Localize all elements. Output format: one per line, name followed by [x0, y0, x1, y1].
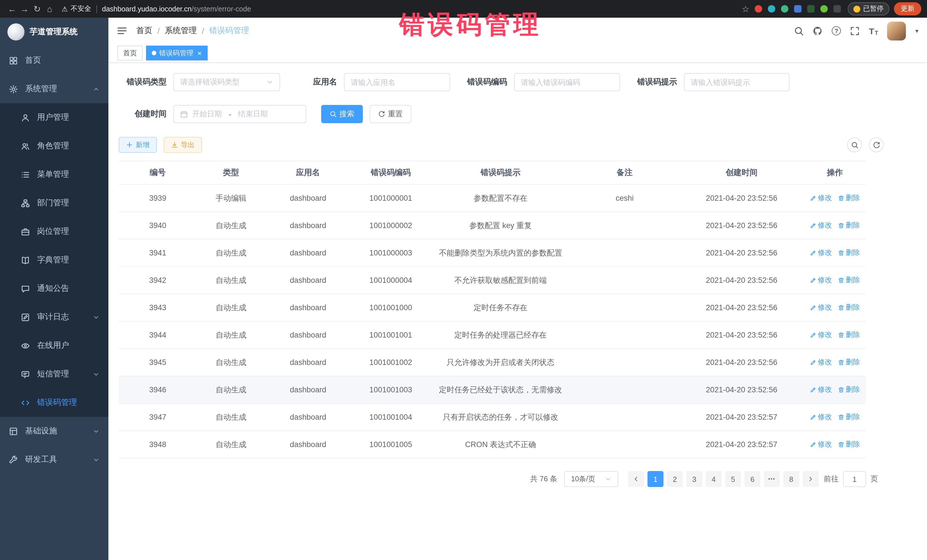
sidebar-item[interactable]: 短信管理	[0, 360, 108, 389]
tag-error-code[interactable]: 错误码管理 ×	[146, 46, 207, 61]
extension-vue-devtools-icon[interactable]	[781, 5, 789, 12]
delete-link[interactable]: 删除	[838, 358, 860, 367]
pager-page-8[interactable]: 8	[783, 471, 799, 487]
edit-link[interactable]: 修改	[810, 440, 832, 449]
search-button[interactable]: 搜索	[321, 105, 363, 123]
help-icon[interactable]: ?	[832, 26, 841, 35]
fullscreen-icon[interactable]	[850, 26, 860, 36]
breadcrumb-item-system[interactable]: 系统管理	[165, 26, 197, 36]
delete-link[interactable]: 删除	[838, 412, 860, 422]
edit-link[interactable]: 修改	[810, 248, 832, 258]
sidebar-item[interactable]: 系统管理	[0, 75, 108, 103]
pager-page-5[interactable]: 5	[725, 471, 741, 487]
sidebar-item[interactable]: 用户管理	[0, 103, 108, 132]
home-icon[interactable]: ⌂	[43, 4, 56, 14]
close-icon[interactable]: ×	[198, 49, 202, 57]
profile-chip[interactable]: 已暂停	[848, 2, 889, 15]
cell-hint: CRON 表达式不正确	[431, 439, 570, 450]
cell-code: 1001001000	[351, 304, 431, 312]
back-icon[interactable]: ←	[6, 4, 18, 14]
next-page-button[interactable]	[802, 471, 819, 487]
delete-link[interactable]: 删除	[838, 330, 860, 340]
edit-link[interactable]: 修改	[810, 330, 832, 340]
logo[interactable]: 芋道管理系统	[0, 18, 108, 46]
font-size-icon[interactable]: TT	[869, 26, 878, 36]
sidebar-item[interactable]: 研发工具	[0, 445, 108, 474]
cell-time: 2021-04-20 23:52:57	[679, 440, 804, 449]
delete-link[interactable]: 删除	[838, 221, 860, 231]
goto-page-input[interactable]	[843, 471, 866, 487]
forward-icon[interactable]: →	[18, 4, 31, 14]
edit-link[interactable]: 修改	[810, 221, 832, 231]
sidebar-item[interactable]: 通知公告	[0, 274, 108, 303]
extension-translate-icon[interactable]	[807, 5, 815, 12]
cell-time: 2021-04-20 23:52:56	[679, 249, 804, 257]
pager-more-button[interactable]: •••	[764, 471, 780, 487]
user-avatar[interactable]	[887, 21, 906, 40]
delete-link[interactable]: 删除	[838, 303, 860, 313]
sidebar-item[interactable]: 岗位管理	[0, 217, 108, 246]
sidebar-item-label: 用户管理	[37, 112, 69, 123]
delete-link[interactable]: 删除	[838, 193, 860, 203]
error-hint-input[interactable]	[684, 73, 790, 91]
breadcrumb-item-current: 错误码管理	[209, 26, 249, 36]
delete-link[interactable]: 删除	[838, 440, 860, 449]
breadcrumb-item-home[interactable]: 首页	[136, 26, 152, 36]
caret-down-icon[interactable]: ▾	[915, 27, 918, 35]
edit-link[interactable]: 修改	[810, 193, 832, 203]
reset-button[interactable]: 重置	[370, 105, 411, 123]
extension-puzzle-icon[interactable]	[833, 5, 841, 12]
sidebar-item[interactable]: 菜单管理	[0, 160, 108, 189]
audit-log-icon	[21, 313, 30, 321]
search-icon[interactable]	[794, 26, 804, 36]
toggle-search-button[interactable]	[847, 137, 862, 152]
error-type-select[interactable]: 请选择错误码类型	[173, 73, 280, 91]
add-button[interactable]: 新增	[119, 137, 157, 153]
update-button[interactable]: 更新	[894, 2, 921, 15]
edit-link[interactable]: 修改	[810, 385, 832, 395]
github-icon[interactable]	[813, 26, 823, 36]
hamburger-icon[interactable]	[117, 26, 127, 36]
pager-page-3[interactable]: 3	[686, 471, 702, 487]
pager-page-2[interactable]: 2	[667, 471, 683, 487]
sidebar-item[interactable]: 在线用户	[0, 331, 108, 360]
edit-link[interactable]: 修改	[810, 303, 832, 313]
reload-icon[interactable]: ↻	[31, 4, 43, 14]
pager-page-1[interactable]: 1	[647, 471, 663, 487]
sidebar-item[interactable]: 角色管理	[0, 132, 108, 160]
page-size-select[interactable]: 10条/页	[564, 471, 619, 487]
delete-link[interactable]: 删除	[838, 248, 860, 258]
extension-leaf-icon[interactable]	[820, 5, 828, 12]
edit-link[interactable]: 修改	[810, 358, 832, 367]
table-row: 3945自动生成dashboard1001001002只允许修改为开启或者关闭状…	[119, 349, 865, 376]
export-button[interactable]: 导出	[164, 137, 202, 153]
error-code-input[interactable]	[514, 73, 620, 91]
app-name-input[interactable]	[344, 73, 450, 91]
prev-page-button[interactable]	[628, 471, 644, 487]
extension-grid-icon[interactable]	[794, 5, 801, 12]
address-bar[interactable]: dashboard.yudao.iocoder.cn/system/error-…	[102, 5, 251, 13]
delete-link[interactable]: 删除	[838, 385, 860, 395]
pager-page-4[interactable]: 4	[706, 471, 722, 487]
extension-adblock-icon[interactable]	[755, 5, 762, 12]
cell-hint: 只有开启状态的任务，才可以修改	[431, 412, 570, 422]
edit-link[interactable]: 修改	[810, 412, 832, 422]
filter-label: 创建时间	[119, 109, 173, 119]
extension-eyedropper-icon[interactable]	[768, 5, 775, 12]
sidebar-item[interactable]: 部门管理	[0, 189, 108, 217]
sidebar-item[interactable]: 字典管理	[0, 246, 108, 274]
delete-link[interactable]: 删除	[838, 275, 860, 285]
edit-link[interactable]: 修改	[810, 275, 832, 285]
pager-page-6[interactable]: 6	[745, 471, 760, 487]
sidebar-item[interactable]: 首页	[0, 46, 108, 75]
security-indicator[interactable]: ⚠ 不安全	[62, 4, 91, 14]
tag-home[interactable]: 首页	[117, 46, 143, 61]
refresh-table-button[interactable]	[869, 137, 884, 152]
sidebar-item[interactable]: 错误码管理	[0, 389, 108, 417]
date-range-picker[interactable]: 开始日期 - 结束日期	[173, 105, 306, 123]
select-placeholder: 请选择错误码类型	[180, 77, 240, 87]
cell-type: 自动生成	[197, 385, 265, 395]
bookmark-star-icon[interactable]: ☆	[739, 4, 752, 14]
sidebar-item[interactable]: 审计日志	[0, 303, 108, 331]
sidebar-item[interactable]: 基础设施	[0, 417, 108, 445]
